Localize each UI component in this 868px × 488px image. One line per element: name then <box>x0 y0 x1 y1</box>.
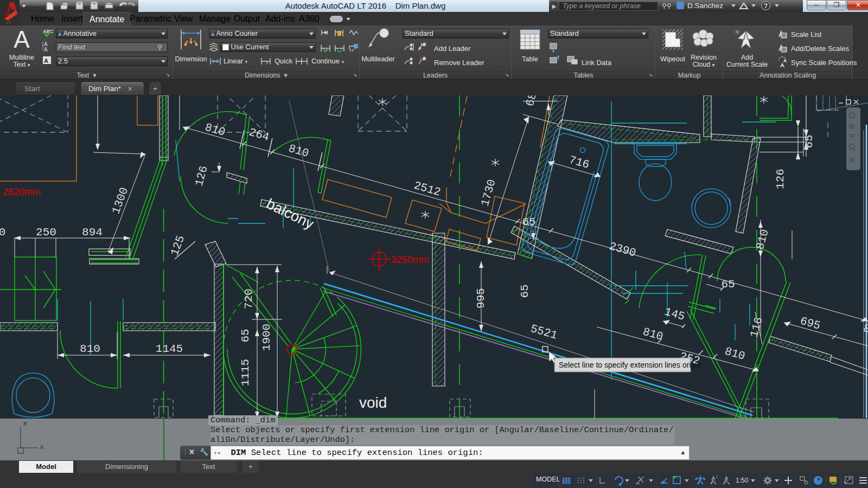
svg-text:2620mm: 2620mm <box>3 187 41 197</box>
svg-text:894: 894 <box>82 226 103 239</box>
svg-text:1900: 1900 <box>260 324 273 351</box>
svg-text:65: 65 <box>519 284 531 298</box>
svg-text:1145: 1145 <box>156 343 183 355</box>
svg-text:A: A <box>44 47 48 53</box>
svg-text:1:50: 1:50 <box>736 477 749 484</box>
svg-text:65: 65 <box>522 216 535 228</box>
svg-text:65: 65 <box>721 278 735 291</box>
svg-text:126: 126 <box>774 169 787 189</box>
svg-text:810: 810 <box>80 343 100 355</box>
svg-text:250: 250 <box>36 226 56 239</box>
svg-text:Y: Y <box>23 420 28 428</box>
svg-text:3250mm: 3250mm <box>391 254 429 265</box>
svg-text:1115: 1115 <box>239 359 252 386</box>
svg-text:995: 995 <box>475 288 487 309</box>
svg-text:720: 720 <box>242 288 255 309</box>
svg-text:65: 65 <box>803 134 815 148</box>
svg-text:0: 0 <box>0 226 5 239</box>
svg-text:Select line to specify extensi: Select line to specify extension lines o… <box>559 361 703 369</box>
svg-text:A: A <box>44 57 48 64</box>
svg-text:void: void <box>359 394 387 411</box>
svg-text:65: 65 <box>239 329 252 342</box>
svg-text:LT: LT <box>7 21 11 25</box>
